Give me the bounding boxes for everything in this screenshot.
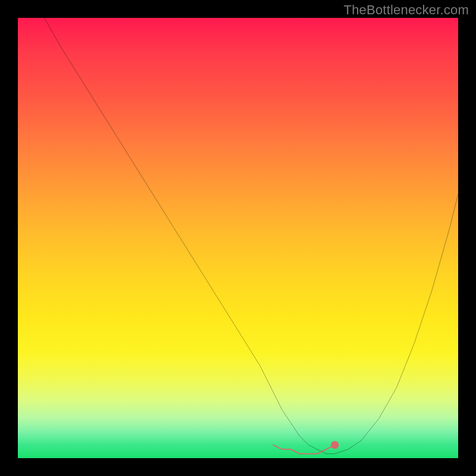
optimal-point-marker [331,441,339,449]
watermark-text: TheBottleneсker.com [344,2,469,18]
curve-layer [18,18,458,458]
bottleneck-curve [44,18,458,454]
plot-area [18,18,458,458]
chart-frame: TheBottleneсker.com [0,0,476,476]
optimal-range-marker [273,445,335,454]
